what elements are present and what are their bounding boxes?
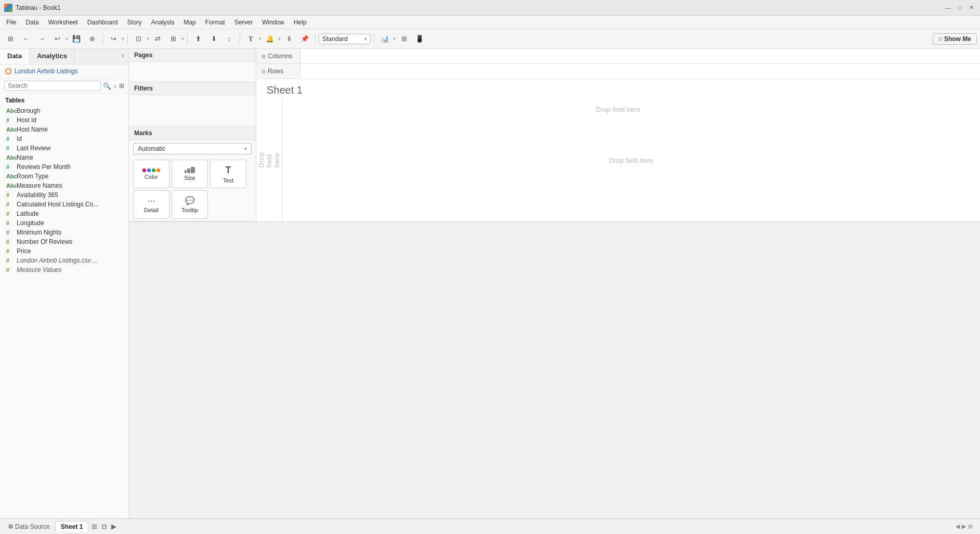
toolbar-sort-both-button[interactable]: ↕ bbox=[222, 32, 237, 46]
field-borough[interactable]: Abc Borough bbox=[0, 106, 128, 115]
scroll-left-icon[interactable]: ◀ bbox=[956, 523, 960, 530]
toolbar-swap-button[interactable]: ⇄ bbox=[150, 32, 165, 46]
filters-body bbox=[129, 95, 256, 126]
marks-size-button[interactable]: Size bbox=[172, 160, 208, 188]
toolbar-view-button[interactable]: ⊞ bbox=[166, 32, 180, 46]
menu-map[interactable]: Map bbox=[179, 18, 200, 27]
field-type-icon: Abc bbox=[6, 183, 14, 189]
title-bar-title: Tableau - Book1 bbox=[16, 4, 61, 11]
menu-data[interactable]: Data bbox=[21, 18, 43, 27]
field-measure-names[interactable]: Abc Measure Names bbox=[0, 181, 128, 190]
marks-detail-button[interactable]: ⋯ Detail bbox=[133, 190, 169, 219]
add-sheet-icon[interactable]: ⊞ bbox=[90, 522, 98, 531]
toolbar-new-ds-button[interactable]: ⊕ bbox=[85, 32, 99, 46]
toolbar-pin-button[interactable]: 📌 bbox=[297, 32, 312, 46]
toolbar-save-button[interactable]: 💾 bbox=[69, 32, 84, 46]
tableau-logo-icon bbox=[4, 4, 12, 12]
status-tab-datasource[interactable]: ⊠ Data Source bbox=[3, 522, 55, 532]
title-bar-controls[interactable]: — □ ✕ bbox=[944, 3, 976, 12]
field-name: Last Review bbox=[17, 145, 50, 152]
field-host-id[interactable]: # Host Id bbox=[0, 115, 128, 125]
field-host-name[interactable]: Abc Host Name bbox=[0, 125, 128, 134]
toolbar-label-button[interactable]: 𝐓 bbox=[243, 32, 258, 46]
toolbar-separator-5 bbox=[315, 34, 316, 44]
rows-shelf: ⊟ Rows bbox=[256, 64, 980, 79]
menu-analysis[interactable]: Analysis bbox=[147, 18, 179, 27]
field-num-reviews[interactable]: # Number Of Reviews bbox=[0, 237, 128, 246]
toolbar-bar-chart-button[interactable]: 📊 bbox=[377, 32, 392, 46]
field-measure-values[interactable]: # Measure Values bbox=[0, 265, 128, 275]
search-icon[interactable]: 🔍 bbox=[103, 82, 111, 90]
toolbar-home-button[interactable]: ⊞ bbox=[3, 32, 18, 46]
field-availability[interactable]: # Availability 365 bbox=[0, 190, 128, 200]
toolbar-sort-desc-button[interactable]: ⬇ bbox=[206, 32, 221, 46]
toolbar-undo-button[interactable]: ↩ bbox=[50, 32, 64, 46]
marks-text-button[interactable]: T Text bbox=[210, 160, 246, 188]
field-name-dim[interactable]: Abc Name bbox=[0, 153, 128, 162]
menu-help[interactable]: Help bbox=[290, 18, 311, 27]
maximize-button[interactable]: □ bbox=[955, 3, 964, 12]
tooltip-icon: 💬 bbox=[185, 196, 195, 205]
field-latitude[interactable]: # Latitude bbox=[0, 209, 128, 218]
pages-section: Pages bbox=[129, 49, 256, 82]
show-me-button[interactable]: ≡ Show Me bbox=[933, 33, 977, 45]
view-canvas: Sheet 1 Drop field here Dropfieldhere Dr… bbox=[256, 79, 980, 222]
toolbar-text-button[interactable]: Ⅱ bbox=[282, 32, 296, 46]
text-mark-icon: T bbox=[226, 165, 231, 176]
menu-server[interactable]: Server bbox=[230, 18, 257, 27]
toolbar-redo-button[interactable]: ↪ bbox=[106, 32, 121, 46]
canvas-main[interactable]: Drop field here bbox=[282, 98, 980, 222]
minimize-button[interactable]: — bbox=[944, 3, 953, 12]
menu-format[interactable]: Format bbox=[201, 18, 229, 27]
sort-icon[interactable]: ⊞ bbox=[119, 82, 124, 89]
field-type-icon: # bbox=[6, 145, 14, 151]
collapse-panel-button[interactable]: ‹ bbox=[117, 49, 128, 64]
rows-drop-zone[interactable] bbox=[300, 64, 980, 79]
columns-drop-zone[interactable] bbox=[300, 49, 980, 63]
data-source-row: London Airbnb Listings bbox=[0, 64, 128, 79]
field-room-type[interactable]: Abc Room Type bbox=[0, 172, 128, 181]
menu-window[interactable]: Window bbox=[258, 18, 289, 27]
field-csv[interactable]: # London Airbnb Listings.csv ... bbox=[0, 256, 128, 265]
present-sheet-icon[interactable]: ▶ bbox=[110, 522, 117, 531]
field-calc-host[interactable]: # Calculated Host Listings Co... bbox=[0, 200, 128, 209]
menu-dashboard[interactable]: Dashboard bbox=[83, 18, 122, 27]
marks-tooltip-button[interactable]: 💬 Tooltip bbox=[172, 190, 208, 219]
field-min-nights[interactable]: # Minimum Nights bbox=[0, 228, 128, 237]
standard-dropdown[interactable]: Standard ▾ bbox=[319, 34, 371, 44]
field-price[interactable]: # Price bbox=[0, 246, 128, 256]
search-input[interactable] bbox=[4, 81, 101, 91]
menu-story[interactable]: Story bbox=[123, 18, 146, 27]
menu-file[interactable]: File bbox=[2, 18, 20, 27]
size-icon bbox=[185, 167, 195, 173]
status-tab-sheet1[interactable]: Sheet 1 bbox=[55, 521, 89, 532]
toolbar-dashboard-button[interactable]: ⊞ bbox=[397, 32, 411, 46]
toolbar-back-button[interactable]: ← bbox=[19, 32, 33, 46]
dot-green bbox=[152, 168, 155, 172]
toolbar-fit-button[interactable]: ⊡ bbox=[131, 32, 146, 46]
menu-worksheet[interactable]: Worksheet bbox=[44, 18, 82, 27]
marks-type-dropdown[interactable]: Automatic ▾ bbox=[133, 143, 252, 154]
close-button[interactable]: ✕ bbox=[966, 3, 976, 12]
filter-icon[interactable]: ⬦ bbox=[113, 82, 117, 89]
field-longitude[interactable]: # Longitude bbox=[0, 218, 128, 228]
toolbar-device-button[interactable]: 📱 bbox=[412, 32, 427, 46]
toolbar-forward-button[interactable]: → bbox=[34, 32, 49, 46]
tab-data[interactable]: Data bbox=[0, 49, 30, 64]
field-type-icon: # bbox=[6, 220, 14, 226]
field-id[interactable]: # Id bbox=[0, 134, 128, 144]
tab-analytics[interactable]: Analytics bbox=[30, 49, 75, 64]
status-bar: ⊠ Data Source Sheet 1 ⊞ ⊟ ▶ ◀ ▶ ⊞ bbox=[0, 518, 980, 534]
standard-label: Standard bbox=[322, 35, 348, 43]
duplicate-sheet-icon[interactable]: ⊟ bbox=[100, 522, 108, 531]
scroll-right-icon[interactable]: ▶ bbox=[962, 523, 966, 530]
toolbar-tooltip-button[interactable]: 🔔 bbox=[263, 32, 277, 46]
field-name: Borough bbox=[17, 107, 40, 114]
field-type-icon: # bbox=[6, 211, 14, 217]
data-source-name[interactable]: London Airbnb Listings bbox=[15, 68, 77, 75]
marks-color-button[interactable]: Color bbox=[133, 160, 169, 188]
field-reviews-per-month[interactable]: # Reviews Per Month bbox=[0, 162, 128, 172]
field-last-review[interactable]: # Last Review bbox=[0, 144, 128, 153]
grid-view-icon[interactable]: ⊞ bbox=[968, 523, 973, 530]
toolbar-sort-asc-button[interactable]: ⬆ bbox=[191, 32, 205, 46]
